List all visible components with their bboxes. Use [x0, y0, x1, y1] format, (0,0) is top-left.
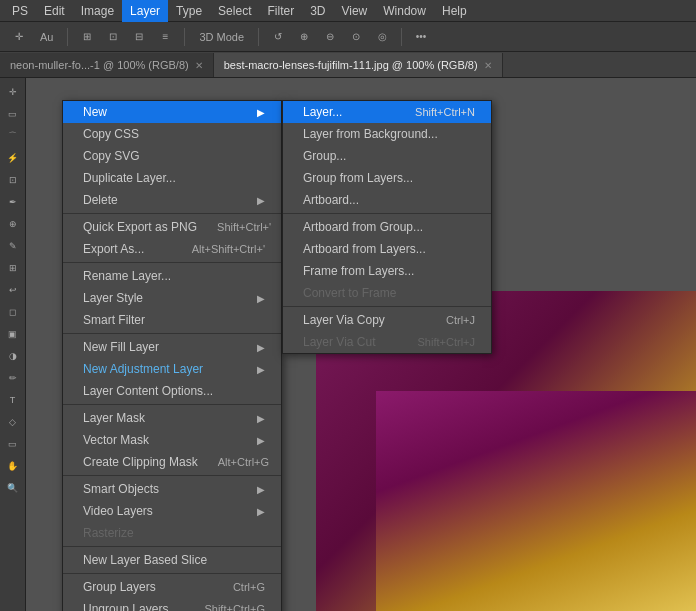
- tools-panel: ✛ ▭ ⌒ ⚡ ⊡ ✒ ⊕ ✎ ⊞ ↩ ◻ ▣ ◑ ✏ T ◇ ▭ ✋ 🔍: [0, 78, 26, 611]
- menu-item-copy-svg[interactable]: Copy SVG: [63, 145, 281, 167]
- tool-zoom[interactable]: 🔍: [3, 478, 23, 498]
- layer-dropdown-menu[interactable]: New ▶ Copy CSS Copy SVG Duplicate Layer.…: [62, 100, 282, 611]
- tab-1-close[interactable]: ✕: [195, 60, 203, 71]
- submenu-item-gfl-label: Group from Layers...: [303, 171, 475, 185]
- submenu-item-lvc-shortcut: Ctrl+J: [446, 314, 475, 326]
- menu-item-new[interactable]: New ▶: [63, 101, 281, 123]
- menu-item-group-layers-label: Group Layers: [83, 580, 213, 594]
- toolbar-btn-1[interactable]: ⊞: [76, 26, 98, 48]
- menu-item-new-layer-slice[interactable]: New Layer Based Slice: [63, 549, 281, 571]
- toolbar-btn-8[interactable]: ⊙: [345, 26, 367, 48]
- menubar-item-view[interactable]: View: [333, 0, 375, 22]
- tab-1[interactable]: neon-muller-fo...-1 @ 100% (RGB/8) ✕: [0, 53, 214, 77]
- menubar-label-layer: Layer: [130, 4, 160, 18]
- menu-item-clipping-shortcut: Alt+Ctrl+G: [218, 456, 269, 468]
- tool-move[interactable]: ✛: [3, 82, 23, 102]
- submenu-item-layer-from-bg[interactable]: Layer from Background...: [283, 123, 491, 145]
- tool-select[interactable]: ▭: [3, 104, 23, 124]
- menu-item-quick-export-shortcut: Shift+Ctrl+': [217, 221, 271, 233]
- menubar-item-image[interactable]: Image: [73, 0, 122, 22]
- toolbar-btn-4[interactable]: ≡: [154, 26, 176, 48]
- tool-pen[interactable]: ✏: [3, 368, 23, 388]
- menu-item-video-layers[interactable]: Video Layers ▶: [63, 500, 281, 522]
- menu-item-vector-mask[interactable]: Vector Mask ▶: [63, 429, 281, 451]
- tab-2-close[interactable]: ✕: [484, 60, 492, 71]
- toolbar-btn-6[interactable]: ⊕: [293, 26, 315, 48]
- menu-item-layer-style[interactable]: Layer Style ▶: [63, 287, 281, 309]
- menubar-item-3d[interactable]: 3D: [302, 0, 333, 22]
- tool-history[interactable]: ↩: [3, 280, 23, 300]
- menu-item-duplicate-layer[interactable]: Duplicate Layer...: [63, 167, 281, 189]
- menu-item-smart-filter[interactable]: Smart Filter: [63, 309, 281, 331]
- menubar-item-ps[interactable]: PS: [4, 0, 36, 22]
- tool-eraser[interactable]: ◻: [3, 302, 23, 322]
- menu-sep-6: [63, 546, 281, 547]
- menu-item-ungroup-layers[interactable]: Ungroup Layers Shift+Ctrl+G: [63, 598, 281, 611]
- toolbar-auto-label: Au: [34, 31, 59, 43]
- tool-shape[interactable]: ▭: [3, 434, 23, 454]
- tool-gradient[interactable]: ▣: [3, 324, 23, 344]
- tool-brush[interactable]: ✎: [3, 236, 23, 256]
- menubar-item-layer[interactable]: Layer: [122, 0, 168, 22]
- tool-hand[interactable]: ✋: [3, 456, 23, 476]
- menu-item-delete-arrow: ▶: [257, 195, 265, 206]
- menu-item-new-fill-arrow: ▶: [257, 342, 265, 353]
- menu-item-new-fill-layer[interactable]: New Fill Layer ▶: [63, 336, 281, 358]
- menubar-item-window[interactable]: Window: [375, 0, 434, 22]
- menu-item-create-clipping[interactable]: Create Clipping Mask Alt+Ctrl+G: [63, 451, 281, 473]
- submenu-item-group[interactable]: Group...: [283, 145, 491, 167]
- tool-spot-heal[interactable]: ⊕: [3, 214, 23, 234]
- new-submenu[interactable]: Layer... Shift+Ctrl+N Layer from Backgro…: [282, 100, 492, 354]
- menu-item-layer-mask[interactable]: Layer Mask ▶: [63, 407, 281, 429]
- menu-item-group-layers[interactable]: Group Layers Ctrl+G: [63, 576, 281, 598]
- menubar-item-select[interactable]: Select: [210, 0, 259, 22]
- menu-item-rename-layer[interactable]: Rename Layer...: [63, 265, 281, 287]
- tool-path[interactable]: ◇: [3, 412, 23, 432]
- tool-dodge[interactable]: ◑: [3, 346, 23, 366]
- submenu-item-layer-via-copy[interactable]: Layer Via Copy Ctrl+J: [283, 309, 491, 331]
- menu-item-new-adjustment-layer[interactable]: New Adjustment Layer ▶: [63, 358, 281, 380]
- tool-lasso[interactable]: ⌒: [3, 126, 23, 146]
- submenu-sep-2: [283, 306, 491, 307]
- menu-item-quick-export[interactable]: Quick Export as PNG Shift+Ctrl+': [63, 216, 281, 238]
- submenu-item-artboard[interactable]: Artboard...: [283, 189, 491, 211]
- toolbar-btn-7[interactable]: ⊖: [319, 26, 341, 48]
- menu-item-copy-css[interactable]: Copy CSS: [63, 123, 281, 145]
- menu-item-rasterize[interactable]: Rasterize: [63, 522, 281, 544]
- submenu-item-artboard-from-group[interactable]: Artboard from Group...: [283, 216, 491, 238]
- menu-item-new-label: New: [83, 105, 253, 119]
- toolbar-move-tool[interactable]: ✛: [8, 26, 30, 48]
- submenu-item-artboard-from-layers[interactable]: Artboard from Layers...: [283, 238, 491, 260]
- menu-item-smart-objects[interactable]: Smart Objects ▶: [63, 478, 281, 500]
- tool-eyedropper[interactable]: ✒: [3, 192, 23, 212]
- tool-type[interactable]: T: [3, 390, 23, 410]
- tab-2[interactable]: best-macro-lenses-fujifilm-111.jpg @ 100…: [214, 53, 503, 77]
- submenu-item-layer-via-cut[interactable]: Layer Via Cut Shift+Ctrl+J: [283, 331, 491, 353]
- menubar-item-help[interactable]: Help: [434, 0, 475, 22]
- menu-item-ungroup-layers-label: Ungroup Layers: [83, 602, 184, 611]
- toolbar-btn-9[interactable]: ◎: [371, 26, 393, 48]
- tool-crop[interactable]: ⊡: [3, 170, 23, 190]
- menubar-item-type[interactable]: Type: [168, 0, 210, 22]
- tool-clone[interactable]: ⊞: [3, 258, 23, 278]
- submenu-item-frame-from-layers[interactable]: Frame from Layers...: [283, 260, 491, 282]
- toolbar-btn-3[interactable]: ⊟: [128, 26, 150, 48]
- toolbar-more-btn[interactable]: •••: [410, 26, 432, 48]
- submenu-item-layer[interactable]: Layer... Shift+Ctrl+N: [283, 101, 491, 123]
- submenu-item-layer-shortcut: Shift+Ctrl+N: [415, 106, 475, 118]
- menu-item-delete[interactable]: Delete ▶: [63, 189, 281, 211]
- toolbar-btn-2[interactable]: ⊡: [102, 26, 124, 48]
- menubar-item-edit[interactable]: Edit: [36, 0, 73, 22]
- menu-item-layer-content-options[interactable]: Layer Content Options...: [63, 380, 281, 402]
- menu-item-copy-css-label: Copy CSS: [83, 127, 265, 141]
- menubar-item-filter[interactable]: Filter: [259, 0, 302, 22]
- submenu-item-convert-to-frame[interactable]: Convert to Frame: [283, 282, 491, 304]
- toolbar-btn-5[interactable]: ↺: [267, 26, 289, 48]
- menu-item-new-fill-label: New Fill Layer: [83, 340, 253, 354]
- menu-item-rename-label: Rename Layer...: [83, 269, 265, 283]
- menu-item-export-as[interactable]: Export As... Alt+Shift+Ctrl+': [63, 238, 281, 260]
- menu-item-vector-mask-arrow: ▶: [257, 435, 265, 446]
- tool-magic[interactable]: ⚡: [3, 148, 23, 168]
- menu-sep-2: [63, 262, 281, 263]
- submenu-item-group-from-layers[interactable]: Group from Layers...: [283, 167, 491, 189]
